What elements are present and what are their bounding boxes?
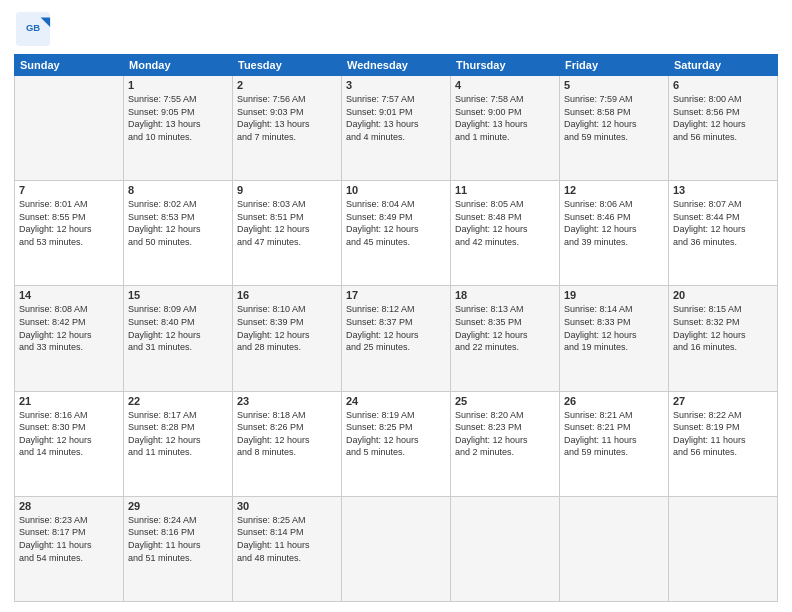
calendar-cell: 14Sunrise: 8:08 AM Sunset: 8:42 PM Dayli… — [15, 286, 124, 391]
calendar-cell: 19Sunrise: 8:14 AM Sunset: 8:33 PM Dayli… — [560, 286, 669, 391]
header: GB — [14, 10, 778, 48]
day-number: 26 — [564, 395, 664, 407]
calendar-cell: 10Sunrise: 8:04 AM Sunset: 8:49 PM Dayli… — [342, 181, 451, 286]
day-number: 6 — [673, 79, 773, 91]
calendar-week-1: 1Sunrise: 7:55 AM Sunset: 9:05 PM Daylig… — [15, 76, 778, 181]
calendar-cell — [15, 76, 124, 181]
calendar-cell: 5Sunrise: 7:59 AM Sunset: 8:58 PM Daylig… — [560, 76, 669, 181]
calendar-cell: 20Sunrise: 8:15 AM Sunset: 8:32 PM Dayli… — [669, 286, 778, 391]
day-number: 15 — [128, 289, 228, 301]
day-info: Sunrise: 8:14 AM Sunset: 8:33 PM Dayligh… — [564, 303, 664, 353]
weekday-header-saturday: Saturday — [669, 55, 778, 76]
weekday-header-monday: Monday — [124, 55, 233, 76]
calendar-cell — [451, 496, 560, 601]
logo: GB — [14, 10, 56, 48]
day-number: 28 — [19, 500, 119, 512]
calendar-cell: 2Sunrise: 7:56 AM Sunset: 9:03 PM Daylig… — [233, 76, 342, 181]
day-info: Sunrise: 8:21 AM Sunset: 8:21 PM Dayligh… — [564, 409, 664, 459]
day-number: 29 — [128, 500, 228, 512]
calendar-cell: 4Sunrise: 7:58 AM Sunset: 9:00 PM Daylig… — [451, 76, 560, 181]
day-info: Sunrise: 8:18 AM Sunset: 8:26 PM Dayligh… — [237, 409, 337, 459]
day-info: Sunrise: 8:20 AM Sunset: 8:23 PM Dayligh… — [455, 409, 555, 459]
calendar-table: SundayMondayTuesdayWednesdayThursdayFrid… — [14, 54, 778, 602]
calendar-week-4: 21Sunrise: 8:16 AM Sunset: 8:30 PM Dayli… — [15, 391, 778, 496]
day-info: Sunrise: 8:05 AM Sunset: 8:48 PM Dayligh… — [455, 198, 555, 248]
day-info: Sunrise: 8:19 AM Sunset: 8:25 PM Dayligh… — [346, 409, 446, 459]
day-number: 3 — [346, 79, 446, 91]
day-number: 11 — [455, 184, 555, 196]
day-number: 21 — [19, 395, 119, 407]
calendar-cell — [560, 496, 669, 601]
day-info: Sunrise: 8:10 AM Sunset: 8:39 PM Dayligh… — [237, 303, 337, 353]
calendar-cell: 1Sunrise: 7:55 AM Sunset: 9:05 PM Daylig… — [124, 76, 233, 181]
calendar-cell: 15Sunrise: 8:09 AM Sunset: 8:40 PM Dayli… — [124, 286, 233, 391]
weekday-header-thursday: Thursday — [451, 55, 560, 76]
day-info: Sunrise: 8:03 AM Sunset: 8:51 PM Dayligh… — [237, 198, 337, 248]
day-number: 12 — [564, 184, 664, 196]
day-number: 7 — [19, 184, 119, 196]
day-info: Sunrise: 8:25 AM Sunset: 8:14 PM Dayligh… — [237, 514, 337, 564]
calendar-cell: 11Sunrise: 8:05 AM Sunset: 8:48 PM Dayli… — [451, 181, 560, 286]
day-number: 4 — [455, 79, 555, 91]
calendar-week-2: 7Sunrise: 8:01 AM Sunset: 8:55 PM Daylig… — [15, 181, 778, 286]
calendar-cell: 21Sunrise: 8:16 AM Sunset: 8:30 PM Dayli… — [15, 391, 124, 496]
day-info: Sunrise: 8:24 AM Sunset: 8:16 PM Dayligh… — [128, 514, 228, 564]
weekday-header-sunday: Sunday — [15, 55, 124, 76]
day-info: Sunrise: 8:23 AM Sunset: 8:17 PM Dayligh… — [19, 514, 119, 564]
weekday-header-row: SundayMondayTuesdayWednesdayThursdayFrid… — [15, 55, 778, 76]
day-info: Sunrise: 7:56 AM Sunset: 9:03 PM Dayligh… — [237, 93, 337, 143]
day-number: 8 — [128, 184, 228, 196]
day-number: 5 — [564, 79, 664, 91]
calendar-cell: 25Sunrise: 8:20 AM Sunset: 8:23 PM Dayli… — [451, 391, 560, 496]
weekday-header-wednesday: Wednesday — [342, 55, 451, 76]
day-number: 18 — [455, 289, 555, 301]
day-number: 27 — [673, 395, 773, 407]
day-number: 22 — [128, 395, 228, 407]
day-number: 2 — [237, 79, 337, 91]
day-number: 14 — [19, 289, 119, 301]
svg-text:GB: GB — [26, 22, 40, 33]
day-info: Sunrise: 8:12 AM Sunset: 8:37 PM Dayligh… — [346, 303, 446, 353]
day-number: 17 — [346, 289, 446, 301]
calendar-cell: 27Sunrise: 8:22 AM Sunset: 8:19 PM Dayli… — [669, 391, 778, 496]
calendar-cell: 6Sunrise: 8:00 AM Sunset: 8:56 PM Daylig… — [669, 76, 778, 181]
day-number: 20 — [673, 289, 773, 301]
day-number: 9 — [237, 184, 337, 196]
calendar-cell: 17Sunrise: 8:12 AM Sunset: 8:37 PM Dayli… — [342, 286, 451, 391]
day-number: 25 — [455, 395, 555, 407]
page: GB SundayMondayTuesdayWednesdayThursdayF… — [0, 0, 792, 612]
calendar-cell: 8Sunrise: 8:02 AM Sunset: 8:53 PM Daylig… — [124, 181, 233, 286]
day-info: Sunrise: 8:01 AM Sunset: 8:55 PM Dayligh… — [19, 198, 119, 248]
day-number: 23 — [237, 395, 337, 407]
calendar-cell: 18Sunrise: 8:13 AM Sunset: 8:35 PM Dayli… — [451, 286, 560, 391]
weekday-header-tuesday: Tuesday — [233, 55, 342, 76]
calendar-cell: 16Sunrise: 8:10 AM Sunset: 8:39 PM Dayli… — [233, 286, 342, 391]
day-info: Sunrise: 7:57 AM Sunset: 9:01 PM Dayligh… — [346, 93, 446, 143]
day-info: Sunrise: 8:06 AM Sunset: 8:46 PM Dayligh… — [564, 198, 664, 248]
day-number: 13 — [673, 184, 773, 196]
calendar-cell: 22Sunrise: 8:17 AM Sunset: 8:28 PM Dayli… — [124, 391, 233, 496]
calendar-cell: 28Sunrise: 8:23 AM Sunset: 8:17 PM Dayli… — [15, 496, 124, 601]
day-info: Sunrise: 8:00 AM Sunset: 8:56 PM Dayligh… — [673, 93, 773, 143]
day-number: 16 — [237, 289, 337, 301]
day-info: Sunrise: 7:55 AM Sunset: 9:05 PM Dayligh… — [128, 93, 228, 143]
calendar-week-5: 28Sunrise: 8:23 AM Sunset: 8:17 PM Dayli… — [15, 496, 778, 601]
day-number: 30 — [237, 500, 337, 512]
calendar-cell: 12Sunrise: 8:06 AM Sunset: 8:46 PM Dayli… — [560, 181, 669, 286]
day-info: Sunrise: 8:15 AM Sunset: 8:32 PM Dayligh… — [673, 303, 773, 353]
day-info: Sunrise: 8:04 AM Sunset: 8:49 PM Dayligh… — [346, 198, 446, 248]
day-info: Sunrise: 8:16 AM Sunset: 8:30 PM Dayligh… — [19, 409, 119, 459]
day-info: Sunrise: 8:22 AM Sunset: 8:19 PM Dayligh… — [673, 409, 773, 459]
day-info: Sunrise: 7:58 AM Sunset: 9:00 PM Dayligh… — [455, 93, 555, 143]
calendar-week-3: 14Sunrise: 8:08 AM Sunset: 8:42 PM Dayli… — [15, 286, 778, 391]
calendar-cell: 29Sunrise: 8:24 AM Sunset: 8:16 PM Dayli… — [124, 496, 233, 601]
day-number: 1 — [128, 79, 228, 91]
day-number: 24 — [346, 395, 446, 407]
logo-icon: GB — [14, 10, 52, 48]
calendar-cell: 26Sunrise: 8:21 AM Sunset: 8:21 PM Dayli… — [560, 391, 669, 496]
calendar-cell: 13Sunrise: 8:07 AM Sunset: 8:44 PM Dayli… — [669, 181, 778, 286]
weekday-header-friday: Friday — [560, 55, 669, 76]
calendar-cell: 30Sunrise: 8:25 AM Sunset: 8:14 PM Dayli… — [233, 496, 342, 601]
calendar-cell: 24Sunrise: 8:19 AM Sunset: 8:25 PM Dayli… — [342, 391, 451, 496]
calendar-cell: 23Sunrise: 8:18 AM Sunset: 8:26 PM Dayli… — [233, 391, 342, 496]
